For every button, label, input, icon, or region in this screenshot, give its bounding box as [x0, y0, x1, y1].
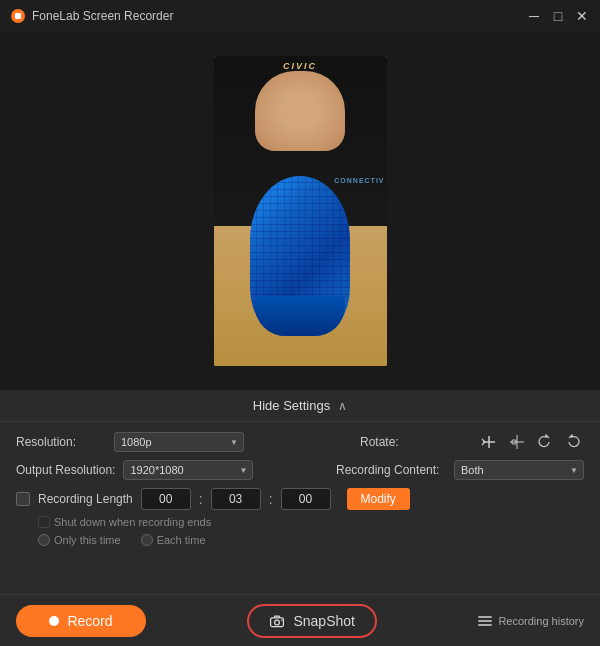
- hide-settings-bar[interactable]: Hide Settings ∧: [0, 390, 600, 422]
- recording-length-row: Recording Length : : Modify: [16, 488, 584, 510]
- only-this-time-label: Only this time: [54, 534, 121, 546]
- modify-button[interactable]: Modify: [347, 488, 410, 510]
- resolution-row: Resolution: 1080p 720p 480p 360p Rotate:: [16, 432, 584, 452]
- svg-rect-1: [15, 13, 21, 19]
- app-icon: [10, 8, 26, 24]
- each-time-radio-label[interactable]: Each time: [141, 534, 206, 546]
- settings-body: Resolution: 1080p 720p 480p 360p Rotate:: [0, 422, 600, 558]
- rotate-ccw-button[interactable]: [562, 432, 584, 452]
- each-time-label: Each time: [157, 534, 206, 546]
- resolution-label: Resolution:: [16, 435, 106, 449]
- output-resolution-select-wrapper[interactable]: 1920*1080 1280*720 854*480: [123, 460, 253, 480]
- chevron-up-icon: ∧: [338, 399, 347, 413]
- rotate-flip-h-button[interactable]: [478, 432, 500, 452]
- snapshot-label: SnapShot: [293, 613, 355, 629]
- action-bar: Record SnapShot Recording history: [0, 594, 600, 646]
- history-line-2: [478, 620, 492, 622]
- history-line-1: [478, 616, 492, 618]
- rotate-flip-v-button[interactable]: [506, 432, 528, 452]
- preview-right-text: CONNECTIV: [334, 177, 384, 184]
- svg-point-4: [275, 620, 280, 625]
- time-hours-input[interactable]: [141, 488, 191, 510]
- close-button[interactable]: ✕: [574, 8, 590, 24]
- recording-content-select[interactable]: Both Video Only Audio Only: [454, 460, 584, 480]
- record-label: Record: [67, 613, 112, 629]
- settings-panel: Hide Settings ∧ Resolution: 1080p 720p 4…: [0, 390, 600, 558]
- minimize-button[interactable]: ─: [526, 8, 542, 24]
- output-resolution-select[interactable]: 1920*1080 1280*720 854*480: [123, 460, 253, 480]
- maximize-button[interactable]: □: [550, 8, 566, 24]
- time-sep-2: :: [269, 491, 273, 507]
- shutdown-label: Shut down when recording ends: [54, 516, 211, 528]
- preview-area: CIVIC CONNECTIV: [0, 32, 600, 390]
- preview-image-inner: CIVIC CONNECTIV: [214, 56, 387, 366]
- recording-length-label: Recording Length: [38, 492, 133, 506]
- radio-options-row: Only this time Each time: [16, 534, 584, 546]
- rotate-controls: [478, 432, 584, 452]
- title-bar-left: FoneLab Screen Recorder: [10, 8, 173, 24]
- each-time-radio[interactable]: [141, 534, 153, 546]
- record-button[interactable]: Record: [16, 605, 146, 637]
- output-resolution-label: Output Resolution:: [16, 463, 115, 477]
- snapshot-button[interactable]: SnapShot: [247, 604, 377, 638]
- svg-point-5: [281, 619, 283, 621]
- preview-top-text: CIVIC: [283, 61, 317, 71]
- history-label: Recording history: [498, 615, 584, 627]
- skull-element: [250, 176, 350, 336]
- app-title: FoneLab Screen Recorder: [32, 9, 173, 23]
- hide-settings-label: Hide Settings: [253, 398, 330, 413]
- history-button[interactable]: Recording history: [478, 615, 584, 627]
- recording-content-label: Recording Content:: [336, 463, 446, 477]
- preview-image: CIVIC CONNECTIV: [214, 56, 387, 366]
- resolution-select[interactable]: 1080p 720p 480p 360p: [114, 432, 244, 452]
- rotate-label: Rotate:: [360, 435, 470, 449]
- title-bar-controls: ─ □ ✕: [526, 8, 590, 24]
- recording-length-checkbox[interactable]: [16, 492, 30, 506]
- history-lines-icon: [478, 616, 492, 626]
- time-minutes-input[interactable]: [211, 488, 261, 510]
- resolution-select-wrapper[interactable]: 1080p 720p 480p 360p: [114, 432, 244, 452]
- rotate-cw-button[interactable]: [534, 432, 556, 452]
- time-sep-1: :: [199, 491, 203, 507]
- only-this-time-radio-label[interactable]: Only this time: [38, 534, 121, 546]
- output-resolution-row: Output Resolution: 1920*1080 1280*720 85…: [16, 460, 584, 480]
- hand-element: [255, 71, 345, 151]
- title-bar: FoneLab Screen Recorder ─ □ ✕: [0, 0, 600, 32]
- time-seconds-input[interactable]: [281, 488, 331, 510]
- camera-icon: [269, 613, 285, 629]
- history-line-3: [478, 624, 492, 626]
- recording-content-select-wrapper[interactable]: Both Video Only Audio Only: [454, 460, 584, 480]
- shutdown-checkbox[interactable]: [38, 516, 50, 528]
- extra-options-row: Shut down when recording ends: [16, 516, 584, 528]
- record-dot-icon: [49, 616, 59, 626]
- only-this-time-radio[interactable]: [38, 534, 50, 546]
